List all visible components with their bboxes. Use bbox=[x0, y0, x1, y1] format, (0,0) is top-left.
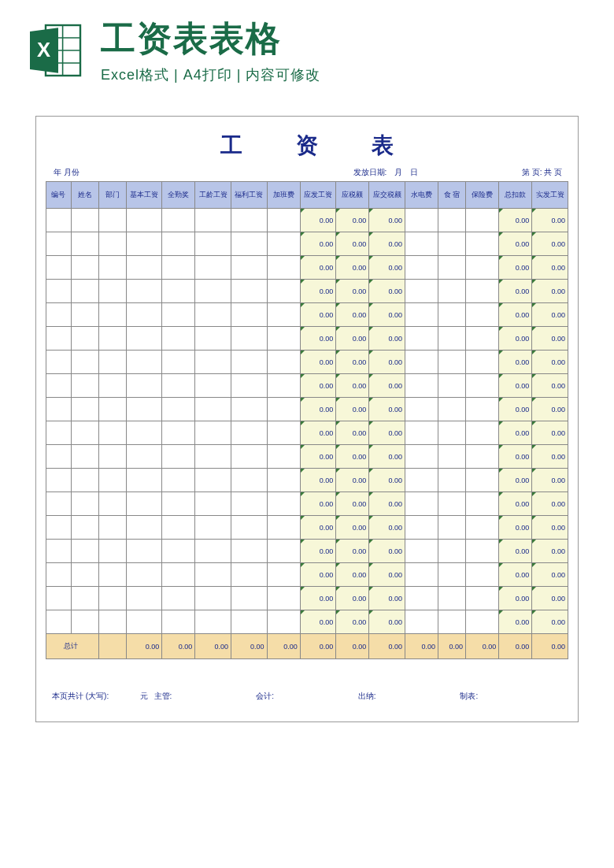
cell[interactable]: 0.00 bbox=[532, 540, 568, 563]
cell[interactable]: 0.00 bbox=[300, 610, 336, 634]
cell[interactable] bbox=[267, 516, 300, 540]
cell[interactable] bbox=[71, 445, 98, 469]
cell[interactable]: 0.00 bbox=[300, 563, 336, 587]
cell[interactable]: 0.00 bbox=[499, 610, 532, 634]
cell[interactable] bbox=[162, 540, 195, 563]
cell[interactable] bbox=[466, 587, 499, 610]
cell[interactable] bbox=[405, 374, 438, 398]
cell[interactable]: 0.00 bbox=[532, 492, 568, 516]
cell[interactable]: 0.00 bbox=[369, 516, 405, 540]
cell[interactable] bbox=[466, 303, 499, 327]
cell[interactable] bbox=[46, 563, 72, 587]
cell[interactable]: 0.00 bbox=[369, 280, 405, 303]
cell[interactable] bbox=[195, 563, 231, 587]
cell[interactable] bbox=[46, 280, 72, 303]
cell[interactable] bbox=[126, 280, 162, 303]
cell[interactable] bbox=[267, 587, 300, 610]
cell[interactable]: 0.00 bbox=[499, 256, 532, 280]
cell[interactable] bbox=[231, 374, 267, 398]
cell[interactable]: 0.00 bbox=[499, 492, 532, 516]
cell[interactable] bbox=[195, 421, 231, 445]
cell[interactable] bbox=[438, 421, 466, 445]
cell[interactable] bbox=[438, 374, 466, 398]
cell[interactable]: 0.00 bbox=[532, 398, 568, 421]
cell[interactable]: 0.00 bbox=[532, 421, 568, 445]
cell[interactable]: 0.00 bbox=[369, 445, 405, 469]
cell[interactable]: 0.00 bbox=[300, 445, 336, 469]
cell[interactable] bbox=[438, 587, 466, 610]
cell[interactable] bbox=[405, 398, 438, 421]
cell[interactable] bbox=[71, 351, 98, 374]
cell[interactable]: 0.00 bbox=[532, 516, 568, 540]
cell[interactable] bbox=[195, 374, 231, 398]
cell[interactable] bbox=[46, 303, 72, 327]
cell[interactable] bbox=[46, 492, 72, 516]
cell[interactable]: 0.00 bbox=[336, 209, 369, 232]
cell[interactable]: 0.00 bbox=[300, 540, 336, 563]
cell[interactable]: 0.00 bbox=[532, 327, 568, 351]
cell[interactable]: 0.00 bbox=[499, 351, 532, 374]
cell[interactable] bbox=[231, 351, 267, 374]
cell[interactable] bbox=[231, 492, 267, 516]
cell[interactable] bbox=[98, 327, 126, 351]
cell[interactable] bbox=[405, 327, 438, 351]
cell[interactable] bbox=[405, 303, 438, 327]
cell[interactable] bbox=[98, 303, 126, 327]
cell[interactable]: 0.00 bbox=[300, 492, 336, 516]
cell[interactable] bbox=[231, 303, 267, 327]
cell[interactable] bbox=[98, 209, 126, 232]
cell[interactable]: 0.00 bbox=[336, 232, 369, 256]
cell[interactable] bbox=[231, 280, 267, 303]
cell[interactable] bbox=[98, 540, 126, 563]
cell[interactable]: 0.00 bbox=[369, 209, 405, 232]
cell[interactable] bbox=[162, 421, 195, 445]
cell[interactable] bbox=[71, 610, 98, 634]
cell[interactable] bbox=[195, 445, 231, 469]
cell[interactable] bbox=[46, 540, 72, 563]
cell[interactable] bbox=[267, 327, 300, 351]
cell[interactable] bbox=[46, 374, 72, 398]
cell[interactable] bbox=[231, 445, 267, 469]
cell[interactable]: 0.00 bbox=[336, 469, 369, 492]
cell[interactable]: 0.00 bbox=[532, 610, 568, 634]
cell[interactable] bbox=[267, 469, 300, 492]
cell[interactable] bbox=[46, 209, 72, 232]
cell[interactable] bbox=[438, 232, 466, 256]
cell[interactable]: 0.00 bbox=[300, 256, 336, 280]
cell[interactable]: 0.00 bbox=[532, 209, 568, 232]
cell[interactable] bbox=[126, 303, 162, 327]
cell[interactable] bbox=[46, 327, 72, 351]
cell[interactable] bbox=[438, 398, 466, 421]
cell[interactable] bbox=[98, 421, 126, 445]
cell[interactable] bbox=[466, 327, 499, 351]
cell[interactable]: 0.00 bbox=[532, 280, 568, 303]
cell[interactable]: 0.00 bbox=[499, 280, 532, 303]
cell[interactable] bbox=[162, 280, 195, 303]
cell[interactable] bbox=[438, 540, 466, 563]
cell[interactable]: 0.00 bbox=[369, 256, 405, 280]
cell[interactable]: 0.00 bbox=[499, 421, 532, 445]
cell[interactable] bbox=[405, 209, 438, 232]
cell[interactable]: 0.00 bbox=[336, 280, 369, 303]
cell[interactable] bbox=[98, 469, 126, 492]
cell[interactable] bbox=[162, 610, 195, 634]
cell[interactable]: 0.00 bbox=[300, 398, 336, 421]
cell[interactable] bbox=[126, 209, 162, 232]
cell[interactable] bbox=[46, 398, 72, 421]
cell[interactable]: 0.00 bbox=[532, 563, 568, 587]
cell[interactable]: 0.00 bbox=[369, 492, 405, 516]
cell[interactable]: 0.00 bbox=[300, 303, 336, 327]
cell[interactable]: 0.00 bbox=[369, 540, 405, 563]
cell[interactable] bbox=[466, 516, 499, 540]
cell[interactable] bbox=[71, 540, 98, 563]
cell[interactable] bbox=[231, 232, 267, 256]
cell[interactable] bbox=[71, 516, 98, 540]
cell[interactable] bbox=[162, 351, 195, 374]
cell[interactable] bbox=[438, 209, 466, 232]
cell[interactable]: 0.00 bbox=[300, 516, 336, 540]
cell[interactable]: 0.00 bbox=[499, 398, 532, 421]
cell[interactable] bbox=[126, 398, 162, 421]
cell[interactable] bbox=[162, 303, 195, 327]
cell[interactable] bbox=[71, 303, 98, 327]
cell[interactable]: 0.00 bbox=[369, 469, 405, 492]
